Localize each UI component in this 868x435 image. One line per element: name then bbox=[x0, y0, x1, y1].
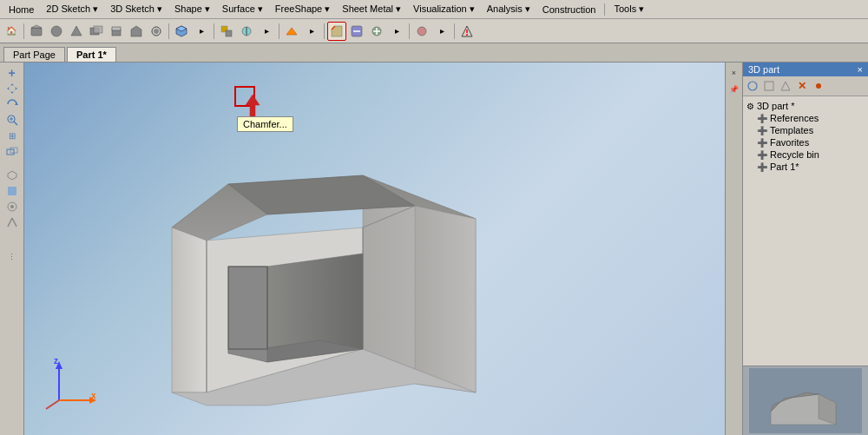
toolbar-btn-3[interactable] bbox=[67, 22, 86, 41]
toolbar-btn-16[interactable] bbox=[367, 22, 386, 41]
left-btn-view1[interactable] bbox=[5, 168, 19, 182]
svg-marker-8 bbox=[131, 26, 141, 36]
tab-partpage[interactable]: Part Page bbox=[3, 47, 65, 62]
svg-line-62 bbox=[46, 400, 59, 409]
svg-marker-51 bbox=[228, 267, 267, 362]
svg-marker-46 bbox=[415, 206, 476, 392]
toolbar-btn-5[interactable] bbox=[107, 22, 126, 41]
tree-icon-templates: ➕ bbox=[757, 126, 767, 135]
tree-item-recyclebin[interactable]: ➕ Recycle bin bbox=[746, 148, 865, 161]
toolbar-btn-13[interactable]: ▸ bbox=[302, 22, 321, 41]
panel-icon-5[interactable] bbox=[811, 78, 826, 94]
tree-view: ⚙ 3D part * ➕ References ➕ Templates ➕ F… bbox=[743, 96, 868, 366]
tree-label-references: References bbox=[770, 113, 819, 123]
menu-analysis[interactable]: Analysis ▾ bbox=[482, 2, 536, 16]
tree-icon-favorites: ➕ bbox=[757, 138, 767, 148]
3d-shape bbox=[94, 141, 528, 435]
toolbar-sep-2 bbox=[168, 23, 169, 39]
toolbar-btn-15[interactable] bbox=[347, 22, 366, 41]
left-btn-rotate[interactable] bbox=[5, 97, 19, 111]
tree-label-recyclebin: Recycle bin bbox=[770, 149, 819, 160]
left-btn-plus[interactable]: + bbox=[5, 66, 19, 80]
toolbar-btn-7[interactable] bbox=[147, 22, 166, 41]
panel-icon-3[interactable] bbox=[778, 78, 793, 94]
main-area: + ⊞ ⋮ bbox=[0, 63, 868, 435]
toolbar-home-btn[interactable]: 🏠 bbox=[2, 22, 21, 41]
menu-visualization[interactable]: Visualization ▾ bbox=[408, 2, 480, 16]
svg-point-28 bbox=[466, 34, 468, 36]
toolbar-btn-18[interactable] bbox=[412, 22, 431, 41]
svg-point-10 bbox=[154, 29, 159, 34]
menu-shape[interactable]: Shape ▾ bbox=[169, 2, 215, 16]
left-btn-zoom[interactable] bbox=[5, 113, 19, 127]
tree-label-favorites: Favorites bbox=[770, 137, 809, 148]
svg-point-39 bbox=[10, 205, 14, 208]
tree-item-references[interactable]: ➕ References bbox=[746, 112, 865, 124]
right-panel-title: 3D part bbox=[748, 64, 779, 75]
bottom-thumbnail bbox=[743, 366, 868, 435]
toolbar-btn-1[interactable] bbox=[27, 22, 46, 41]
x-axis-label: x bbox=[91, 391, 96, 400]
panel-icon-toolbar: ✕ bbox=[743, 76, 868, 96]
toolbar-btn-8[interactable]: ▸ bbox=[192, 22, 211, 41]
tab-part1[interactable]: Part 1* bbox=[67, 47, 116, 62]
menu-sep bbox=[604, 3, 605, 16]
arrow-up-indicator bbox=[244, 95, 261, 121]
toolbar-btn-10[interactable] bbox=[237, 22, 256, 41]
tree-item-templates[interactable]: ➕ Templates bbox=[746, 124, 865, 136]
thumbnail-svg bbox=[749, 368, 862, 433]
svg-rect-14 bbox=[226, 30, 232, 36]
svg-point-25 bbox=[418, 27, 426, 36]
tree-item-3dpart[interactable]: ⚙ 3D part * bbox=[746, 100, 865, 112]
toolbar-btn-17[interactable]: ▸ bbox=[387, 22, 406, 41]
tree-item-part1[interactable]: ➕ Part 1* bbox=[746, 161, 865, 173]
viewport[interactable]: Chamfer... z x bbox=[24, 63, 725, 435]
menu-construction[interactable]: Construction bbox=[537, 3, 602, 16]
right-panel-close-btn[interactable]: × bbox=[858, 64, 863, 75]
menu-surface[interactable]: Surface ▾ bbox=[217, 2, 268, 16]
svg-rect-64 bbox=[765, 82, 773, 90]
tree-item-favorites[interactable]: ➕ Favorites bbox=[746, 136, 865, 148]
left-btn-5[interactable]: ⊞ bbox=[5, 129, 19, 142]
toolbar-btn-11[interactable]: ▸ bbox=[257, 22, 276, 41]
toolbar-btn-6[interactable] bbox=[127, 22, 146, 41]
menu-bar: Home 2D Sketch ▾ 3D Sketch ▾ Shape ▾ Sur… bbox=[0, 0, 868, 19]
svg-marker-3 bbox=[71, 26, 82, 36]
menu-tools[interactable]: Tools ▾ bbox=[608, 2, 649, 16]
toolbar: 🏠 ▸ ▸ ▸ ▸ bbox=[0, 19, 868, 43]
panel-icon-4[interactable]: ✕ bbox=[794, 78, 810, 94]
svg-rect-37 bbox=[8, 187, 16, 195]
toolbar-btn-4[interactable] bbox=[87, 22, 106, 41]
toolbar-btn-9[interactable] bbox=[217, 22, 236, 41]
toolbar-btn-20[interactable] bbox=[457, 22, 477, 41]
svg-rect-0 bbox=[31, 28, 42, 36]
menu-2dsketch[interactable]: 2D Sketch ▾ bbox=[41, 2, 103, 16]
tree-label-templates: Templates bbox=[770, 125, 813, 135]
menu-sheetmetal[interactable]: Sheet Metal ▾ bbox=[337, 2, 406, 16]
panel-close-btn[interactable]: × bbox=[727, 66, 741, 80]
left-btn-6[interactable] bbox=[5, 144, 19, 158]
panel-pin-btn[interactable]: 📌 bbox=[727, 82, 741, 96]
toolbar-btn-2[interactable] bbox=[47, 22, 66, 41]
toolbar-btn-12[interactable] bbox=[282, 22, 301, 41]
menu-home[interactable]: Home bbox=[3, 3, 39, 16]
svg-line-31 bbox=[14, 122, 17, 125]
left-btn-view4[interactable] bbox=[5, 215, 19, 229]
toolbar-chamfer-btn[interactable] bbox=[327, 22, 346, 41]
panel-icon-1[interactable] bbox=[745, 78, 760, 94]
right-panel: 3D part × ✕ ⚙ 3D part * bbox=[742, 63, 868, 435]
left-btn-move[interactable] bbox=[5, 82, 19, 96]
left-btn-view2[interactable] bbox=[5, 184, 19, 198]
svg-marker-1 bbox=[31, 25, 42, 28]
left-btn-view3[interactable] bbox=[5, 200, 19, 214]
panel-icon-2[interactable] bbox=[761, 78, 777, 94]
tree-icon-references: ➕ bbox=[757, 114, 767, 123]
svg-point-2 bbox=[51, 26, 62, 36]
toolbar-btn-19[interactable]: ▸ bbox=[432, 22, 451, 41]
toolbar-btn-cube[interactable] bbox=[172, 22, 191, 41]
left-btn-drag[interactable]: ⋮ bbox=[5, 250, 19, 264]
menu-freeshape[interactable]: FreeShape ▾ bbox=[270, 2, 335, 16]
menu-3dsketch[interactable]: 3D Sketch ▾ bbox=[105, 2, 168, 16]
tree-icon-recyclebin: ➕ bbox=[757, 150, 767, 160]
tree-label-part1: Part 1* bbox=[770, 161, 799, 172]
